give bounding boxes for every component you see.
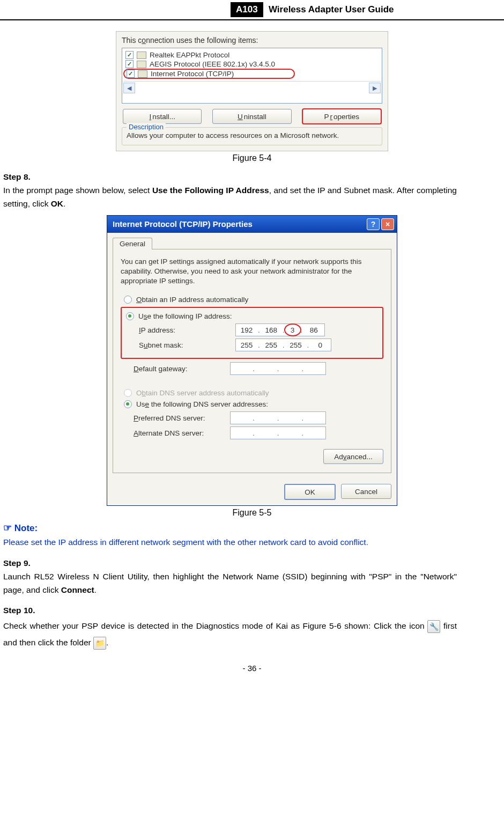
label-ip-address: IP address: [139, 326, 235, 334]
advanced-button[interactable]: Advanced... [323, 449, 383, 464]
step-8-bold1: Use the Following IP Address [152, 186, 269, 195]
header-title: Wireless Adapter User Guide [265, 2, 397, 17]
radio-use-ip[interactable]: Use the following IP address: [126, 312, 378, 320]
checkbox-icon[interactable]: ✓ [127, 70, 135, 78]
protocol-icon [137, 61, 146, 68]
checkbox-icon[interactable]: ✓ [125, 60, 134, 68]
list-item-tcpip-highlighted[interactable]: ✓ Internet Protocol (TCP/IP) [123, 69, 295, 79]
header-code: A103 [231, 2, 263, 17]
radio-icon [124, 389, 132, 397]
page-number: - 36 - [0, 664, 504, 673]
use-ip-section-highlight: Use the following IP address: IP address… [121, 307, 383, 359]
label-subnet: Subnet mask: [139, 341, 235, 349]
dialog-button-bar: OK Cancel [107, 479, 397, 505]
preferred-dns-input[interactable]: ... [230, 411, 326, 424]
folder-icon: 📁 [93, 637, 106, 650]
horizontal-scrollbar[interactable]: ◀ ▶ [123, 81, 381, 93]
uninstall-button[interactable]: Uninstall [212, 109, 291, 124]
figure-5-5-caption: Figure 5-5 [0, 508, 504, 518]
step-10: Step 10. Check whether your PSP device i… [3, 604, 501, 651]
list-item-label: Realtek EAPPkt Protocol [150, 51, 229, 59]
step-9-label: Step 9. [3, 557, 46, 570]
ok-button[interactable]: OK [284, 484, 336, 500]
step-9: Step 9. Launch RL52 Wireless N Client Ut… [3, 557, 501, 597]
radio-icon[interactable] [126, 312, 134, 320]
ip-octet-3-highlight: 3 [284, 323, 301, 336]
figure-5-4: This connection uses the following items… [0, 31, 504, 163]
figure-5-5: Internet Protocol (TCP/IP) Properties ? … [0, 215, 504, 518]
step-8-label: Step 8. [3, 171, 46, 184]
protocol-icon [138, 70, 147, 78]
step-10-label: Step 10. [3, 604, 46, 617]
label-pref-dns: Preferred DNS server: [134, 414, 230, 422]
figure-5-4-caption: Figure 5-4 [0, 153, 504, 163]
intro-text: You can get IP settings assigned automat… [121, 257, 383, 286]
protocol-icon [137, 51, 146, 59]
step-8-text3: . [63, 199, 65, 208]
step-9-text2: . [94, 585, 97, 594]
ip-address-input[interactable]: 192. 168. 3. 86 [235, 323, 325, 336]
default-gateway-input[interactable]: . . . [230, 362, 326, 375]
step-8: Step 8. In the prompt page shown below, … [3, 171, 501, 210]
list-item-label: AEGIS Protocol (IEEE 802.1x) v3.4.5.0 [150, 60, 275, 68]
tab-panel-general: You can get IP settings assigned automat… [113, 249, 391, 474]
step-10-text: Check whether your PSP device is detecte… [3, 621, 427, 630]
wrench-icon: 🔧 [427, 620, 440, 633]
description-text: Allows your computer to access resources… [127, 131, 377, 141]
scroll-right-icon[interactable]: ▶ [369, 83, 381, 93]
label-gateway: Default gateway: [134, 365, 230, 373]
step-10-text3: . [106, 638, 108, 647]
description-group: Description Allows your computer to acce… [122, 127, 382, 145]
close-icon[interactable]: × [381, 218, 394, 230]
step-9-bold1: Connect [61, 585, 94, 594]
subnet-mask-input[interactable]: 255. 255. 255. 0 [235, 338, 331, 351]
label-alt-dns: Alternate DNS server: [134, 429, 230, 437]
cancel-button[interactable]: Cancel [341, 484, 391, 499]
step-8-bold2: OK [51, 199, 63, 208]
radio-icon[interactable] [124, 400, 132, 408]
radio-obtain-dns: Obtain DNS server address automatically [124, 389, 383, 397]
scroll-left-icon[interactable]: ◀ [123, 83, 135, 93]
help-icon[interactable]: ? [367, 218, 380, 230]
dialog-titlebar[interactable]: Internet Protocol (TCP/IP) Properties ? … [107, 216, 397, 233]
description-legend: Description [127, 123, 166, 131]
note-heading: ☞ Note: [3, 522, 501, 534]
radio-use-dns[interactable]: Use the following DNS server addresses: [124, 400, 383, 408]
dialog-title: Internet Protocol (TCP/IP) Properties [113, 219, 253, 229]
connection-items-listbox[interactable]: ✓ Realtek EAPPkt Protocol ✓ AEGIS Protoc… [122, 48, 382, 104]
list-item-label: Internet Protocol (TCP/IP) [151, 70, 234, 78]
tcpip-properties-dialog: Internet Protocol (TCP/IP) Properties ? … [107, 215, 397, 506]
list-item[interactable]: ✓ Realtek EAPPkt Protocol [123, 50, 381, 60]
list-item[interactable]: ✓ AEGIS Protocol (IEEE 802.1x) v3.4.5.0 [123, 60, 381, 69]
checkbox-icon[interactable]: ✓ [125, 51, 134, 59]
alternate-dns-input[interactable]: ... [230, 426, 326, 439]
pointing-hand-icon: ☞ [3, 522, 12, 533]
tab-general[interactable]: General [113, 238, 152, 249]
radio-icon[interactable] [124, 296, 132, 304]
install-button[interactable]: Install... [123, 109, 202, 124]
step-8-text: In the prompt page shown below, select [3, 186, 152, 195]
page-header: A103 Wireless Adapter User Guide [0, 0, 504, 20]
note-body: Please set the IP address in different n… [3, 536, 501, 549]
connection-items-panel: This connection uses the following items… [116, 31, 388, 151]
note-label: Note: [14, 523, 38, 533]
properties-button[interactable]: Properties [302, 109, 381, 124]
radio-obtain-ip[interactable]: Obtain an IP address automatically [124, 296, 383, 304]
connection-items-title: This connection uses the following items… [122, 36, 382, 45]
